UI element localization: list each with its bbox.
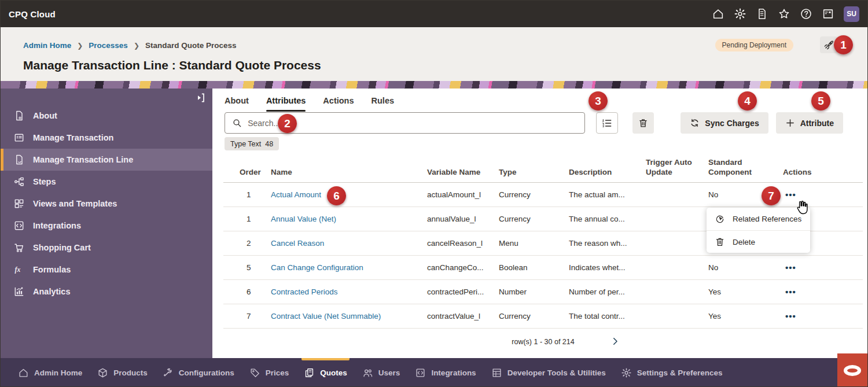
sync-icon xyxy=(690,118,700,128)
attribute-link[interactable]: Contracted Periods xyxy=(271,288,338,296)
attribute-link[interactable]: Annual Value (Net) xyxy=(271,215,336,223)
cell-standard: Yes xyxy=(703,312,777,320)
annotation-5: 5 xyxy=(811,91,830,110)
help-icon[interactable] xyxy=(800,8,812,20)
cell-actions[interactable]: ••• xyxy=(777,263,863,272)
table-row: 5Can Change ConfigurationcanChangeCo...B… xyxy=(223,256,863,280)
column-header-trigger-auto-update: Trigger Auto Update xyxy=(640,158,703,178)
footer-item-label: Developer Tools & Utilities xyxy=(507,368,606,377)
cell-order: 1 xyxy=(223,190,265,199)
card-icon xyxy=(13,132,25,143)
menu-item-label: Delete xyxy=(733,238,755,246)
sidebar-item-label: Manage Transaction xyxy=(33,133,113,142)
home-icon[interactable] xyxy=(712,8,724,20)
cell-variable: actualAmount_l xyxy=(421,190,493,199)
tab-about[interactable]: About xyxy=(225,91,249,111)
toolbar-row: Sync Charges Attribute xyxy=(225,112,858,134)
journal-icon[interactable] xyxy=(822,8,834,20)
sidebar-item-shopping-cart[interactable]: Shopping Cart xyxy=(1,237,212,259)
column-header-name: Name xyxy=(265,168,421,178)
sidebar-item-analytics[interactable]: Analytics xyxy=(1,281,212,303)
cell-type: Number xyxy=(493,288,563,296)
annotation-7: 7 xyxy=(762,186,781,205)
settings-icon xyxy=(621,367,632,378)
breadcrumb-processes[interactable]: Processes xyxy=(89,41,128,50)
add-attribute-button[interactable]: Attribute xyxy=(776,112,843,134)
attribute-link[interactable]: Contract Value (Net Summable) xyxy=(271,312,381,320)
menu-item-delete[interactable]: Delete xyxy=(707,230,810,253)
sidebar-item-manage-transaction-line[interactable]: Manage Transaction Line xyxy=(1,149,212,171)
footer-item-users[interactable]: Users xyxy=(362,358,400,387)
sidebar-item-steps[interactable]: Steps xyxy=(1,171,212,193)
footer-item-label: Settings & Preferences xyxy=(637,368,723,377)
sidebar-item-integrations[interactable]: Integrations xyxy=(1,215,212,237)
pagination: row(s) 1 - 30 of 214 xyxy=(223,329,863,355)
cell-variable: cancelReason_l xyxy=(421,239,493,248)
favorites-icon[interactable] xyxy=(778,8,790,20)
cell-order: 2 xyxy=(223,239,265,248)
footer-item-prices[interactable]: Prices xyxy=(249,358,289,387)
footer-item-label: Quotes xyxy=(320,368,347,377)
user-avatar[interactable]: SU xyxy=(844,6,859,22)
delete-selected-button[interactable] xyxy=(632,112,654,134)
cell-type: Currency xyxy=(493,190,563,199)
next-page-icon[interactable] xyxy=(610,336,620,347)
sidebar-item-label: Integrations xyxy=(33,221,81,230)
cell-type: Boolean xyxy=(493,263,563,272)
oracle-assistant-button[interactable] xyxy=(837,353,867,387)
sidebar-item-views-and-templates[interactable]: Views and Templates xyxy=(1,193,212,215)
sidebar-item-label: Formulas xyxy=(33,265,71,274)
analytics-icon xyxy=(13,286,25,297)
document-icon[interactable] xyxy=(756,8,768,20)
cell-type: Currency xyxy=(493,312,563,320)
footer-item-settings-preferences[interactable]: Settings & Preferences xyxy=(621,358,723,387)
breadcrumb-admin-home[interactable]: Admin Home xyxy=(23,41,71,50)
integrations-icon xyxy=(13,220,25,231)
attribute-link[interactable]: Actual Amount xyxy=(271,190,321,199)
sidebar-item-label: Analytics xyxy=(33,287,70,296)
footer-nav: Admin HomeProductsConfigurationsPricesQu… xyxy=(1,358,867,387)
collapse-sidebar-icon[interactable] xyxy=(195,92,207,104)
sync-charges-button[interactable]: Sync Charges xyxy=(681,112,768,134)
sidebar-item-manage-transaction[interactable]: Manage Transaction xyxy=(1,127,212,149)
cell-actions[interactable]: ••• xyxy=(777,190,863,200)
footer-item-integrations[interactable]: Integrations xyxy=(415,358,476,387)
attribute-link[interactable]: Can Change Configuration xyxy=(271,263,363,272)
cpq-cloud-app: CPQ Cloud SU Admin Home ❯ Processes ❯ St… xyxy=(0,0,868,387)
tab-rules[interactable]: Rules xyxy=(372,91,395,111)
sidebar-nav: AboutManage TransactionManage Transactio… xyxy=(1,105,212,303)
cell-type: Currency xyxy=(493,215,563,223)
prices-icon xyxy=(249,367,260,378)
column-header-type: Type xyxy=(493,168,563,178)
cell-name: Contract Value (Net Summable) xyxy=(265,312,421,320)
numbered-list-icon xyxy=(601,117,613,129)
svg-text:fx: fx xyxy=(15,266,21,274)
sidebar-item-about[interactable]: About xyxy=(1,105,212,127)
cell-description: The total contr... xyxy=(563,312,640,320)
status-badge: Pending Deployment xyxy=(715,39,793,51)
chevron-right-icon: ❯ xyxy=(134,42,139,50)
footer-item-configurations[interactable]: Configurations xyxy=(163,358,234,387)
footer-item-label: Users xyxy=(378,368,400,377)
chevron-right-icon: ❯ xyxy=(77,42,83,50)
sidebar-item-formulas[interactable]: fxFormulas xyxy=(1,259,212,281)
settings-icon[interactable] xyxy=(734,8,746,20)
attribute-link[interactable]: Cancel Reason xyxy=(271,239,324,248)
footer-item-developer-tools-utilities[interactable]: Developer Tools & Utilities xyxy=(491,358,606,387)
hand-cursor-icon xyxy=(795,199,810,216)
footer-item-products[interactable]: Products xyxy=(97,358,148,387)
list-view-button[interactable] xyxy=(596,112,618,134)
cell-actions[interactable]: ••• xyxy=(777,287,863,297)
search-input[interactable] xyxy=(248,119,578,128)
cell-variable: contractValue_l xyxy=(421,312,493,320)
sidebar-item-label: Views and Templates xyxy=(33,199,117,208)
tab-attributes[interactable]: Attributes xyxy=(266,91,306,111)
footer-item-admin-home[interactable]: Admin Home xyxy=(18,358,82,387)
cell-actions[interactable]: ••• xyxy=(777,311,863,321)
tab-actions[interactable]: Actions xyxy=(323,91,354,111)
breadcrumb: Admin Home ❯ Processes ❯ Standard Quote … xyxy=(23,41,237,50)
tab-bar: AboutAttributesActionsRules xyxy=(225,91,394,111)
footer-item-quotes[interactable]: Quotes xyxy=(304,358,347,387)
table-row: 7Contract Value (Net Summable)contractVa… xyxy=(223,304,863,329)
filter-chip-type-text[interactable]: Type Text 48 xyxy=(225,137,279,150)
